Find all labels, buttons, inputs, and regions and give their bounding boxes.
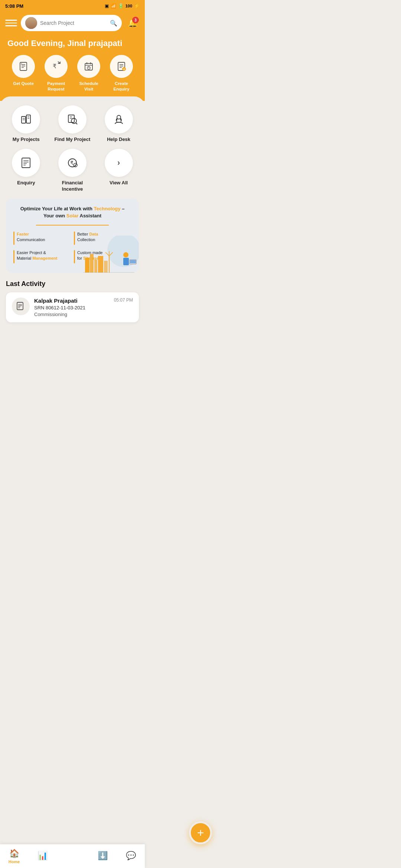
schedule-visit-label: Schedule Visit (74, 81, 103, 92)
battery-icon: 🔋 (118, 3, 124, 9)
avatar (25, 17, 37, 29)
greeting-section: Good Evening, Jinal prajapati ₹ Get Quot… (0, 36, 145, 101)
grid-item-enquiry[interactable]: Enquiry (6, 149, 46, 193)
svg-rect-41 (85, 258, 89, 273)
my-projects-icon (12, 105, 40, 134)
search-icon[interactable]: 🔍 (110, 20, 117, 27)
sim-icon: ▣ (105, 3, 109, 9)
promotional-banner: Optimize Your Life at Work with Technolo… (6, 198, 139, 273)
banner-feature-easier: Easier Project &Material Management (12, 249, 72, 264)
feature-bar-4 (74, 250, 75, 263)
quick-action-schedule-visit[interactable]: Schedule Visit (74, 55, 103, 92)
header: 🔍 🔔 3 (0, 12, 145, 36)
banner-highlight1: Technology (94, 206, 121, 211)
banner-title-part3: Assistant (78, 213, 101, 218)
svg-rect-29 (116, 118, 117, 121)
feature-text-easier: Easier Project &Material Management (17, 250, 57, 262)
activity-name: Kalpak Prajapati (34, 297, 78, 304)
feature-bar-2 (74, 231, 75, 245)
svg-rect-44 (98, 256, 103, 273)
search-bar: 🔍 (21, 15, 122, 31)
activity-status: Commissioning (34, 312, 133, 317)
status-time: 5:08 PM (5, 3, 23, 9)
find-my-project-icon (58, 105, 87, 134)
activity-srn: SRN 80612-11-03-2021 (34, 305, 133, 310)
grid-item-my-projects[interactable]: My Projects (6, 105, 46, 143)
banner-divider (36, 225, 109, 226)
help-desk-label: Help Desk (107, 137, 130, 143)
svg-line-25 (76, 123, 77, 124)
activity-time: 05:07 PM (114, 297, 133, 303)
payment-request-icon: ₹ (45, 55, 68, 78)
svg-point-50 (123, 252, 128, 257)
banner-feature-faster: FasterCommunication (12, 231, 72, 246)
feature-text-faster: FasterCommunication (17, 231, 45, 243)
enquiry-icon (12, 149, 40, 177)
signal-icon: 📶 (111, 3, 116, 9)
menu-button[interactable] (5, 17, 17, 29)
last-activity-section: Last Activity Kalpak Prajapati 05:07 PM … (6, 280, 139, 322)
svg-rect-42 (90, 254, 94, 273)
quick-actions: ₹ Get Quote ₹ Payment Request (7, 55, 137, 92)
main-content: My Projects Find My Project (0, 96, 145, 367)
svg-text:₹: ₹ (21, 63, 22, 65)
svg-rect-43 (94, 260, 97, 273)
get-quote-label: Get Quote (13, 81, 34, 86)
notification-badge: 3 (132, 17, 139, 23)
battery-level: 100 (125, 4, 132, 8)
grid-item-find-my-project[interactable]: Find My Project (52, 105, 93, 143)
quick-action-payment-request[interactable]: ₹ Payment Request (42, 55, 71, 92)
banner-highlight2: Solar (66, 213, 79, 218)
svg-text:+: + (123, 68, 125, 71)
notification-button[interactable]: 🔔 3 (125, 16, 140, 30)
quick-action-create-enquiry[interactable]: + Create Enquiry (107, 55, 136, 92)
view-all-label: View All (110, 180, 128, 186)
charging-icon: ⚡ (134, 3, 140, 9)
enquiry-label: Enquiry (17, 180, 35, 186)
banner-title-part1: Optimize Your Life at Work with (20, 206, 94, 211)
svg-text:0: 0 (74, 164, 76, 167)
feature-bar-3 (13, 250, 14, 263)
find-my-project-label: Find My Project (55, 137, 91, 143)
create-enquiry-label: Create Enquiry (107, 81, 136, 92)
help-desk-icon (105, 105, 133, 134)
svg-text:₹: ₹ (70, 160, 74, 166)
grid-item-financial-incentive[interactable]: ₹ 0 Financial Incentive (52, 149, 93, 193)
create-enquiry-icon: + (110, 55, 133, 78)
svg-text:₹: ₹ (53, 63, 56, 69)
feature-bar (13, 231, 14, 245)
grid-section: My Projects Find My Project (6, 105, 139, 193)
status-bar: 5:08 PM ▣ 📶 🔋 100 ⚡ (0, 0, 145, 12)
activity-card[interactable]: Kalpak Prajapati 05:07 PM SRN 80612-11-0… (6, 292, 139, 322)
activity-info: Kalpak Prajapati 05:07 PM SRN 80612-11-0… (34, 297, 133, 317)
my-projects-label: My Projects (13, 137, 40, 143)
payment-request-label: Payment Request (42, 81, 71, 92)
financial-incentive-icon: ₹ 0 (58, 149, 87, 177)
last-activity-title: Last Activity (6, 280, 139, 288)
activity-header: Kalpak Prajapati 05:07 PM (34, 297, 133, 304)
svg-point-24 (71, 118, 76, 124)
greeting-text: Good Evening, Jinal prajapati (7, 39, 137, 48)
grid-item-view-all[interactable]: › View All (98, 149, 139, 193)
svg-rect-53 (130, 260, 136, 263)
status-icons: ▣ 📶 🔋 100 ⚡ (105, 3, 140, 9)
svg-rect-45 (104, 261, 108, 273)
view-all-icon: › (105, 149, 133, 177)
svg-rect-55 (17, 302, 23, 310)
svg-rect-51 (123, 258, 129, 265)
financial-incentive-label: Financial Incentive (52, 180, 93, 193)
quick-action-get-quote[interactable]: ₹ Get Quote (9, 55, 38, 92)
banner-title: Optimize Your Life at Work with Technolo… (12, 205, 133, 220)
svg-rect-30 (120, 118, 121, 121)
search-input[interactable] (40, 20, 107, 26)
svg-point-28 (117, 115, 121, 119)
schedule-visit-icon (77, 55, 100, 78)
grid-item-help-desk[interactable]: Help Desk (98, 105, 139, 143)
svg-rect-31 (22, 158, 30, 168)
svg-rect-18 (26, 115, 30, 123)
activity-icon (12, 297, 30, 315)
get-quote-icon: ₹ (12, 55, 35, 78)
